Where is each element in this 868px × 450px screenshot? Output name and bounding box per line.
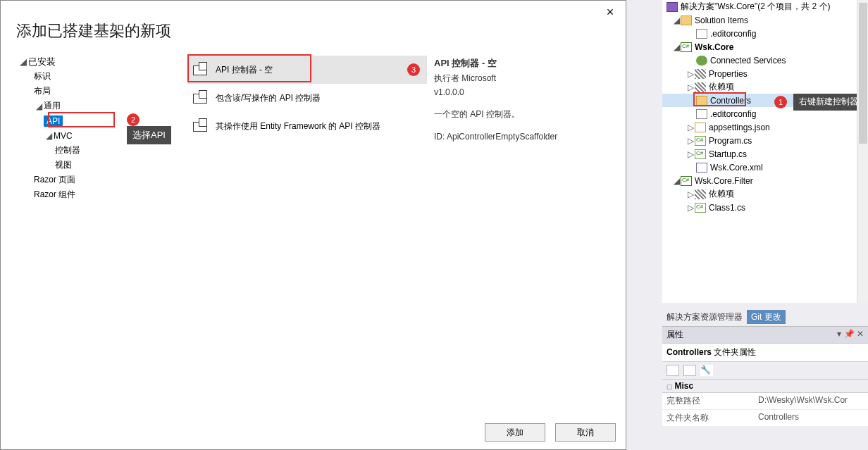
file-icon: [696, 29, 707, 39]
chevron-down-icon: ◢: [18, 56, 28, 67]
properties-icon: [695, 69, 706, 79]
chevron-down-icon: ◢: [672, 42, 681, 52]
sln-startup[interactable]: ▷ Startup.cs: [662, 147, 868, 161]
references-icon: [695, 189, 706, 199]
annotation-badge-2: 2: [127, 113, 140, 126]
references-icon: [695, 82, 706, 92]
list-item-api-empty[interactable]: API 控制器 - 空 3: [187, 56, 427, 84]
detail-title: API 控制器 - 空: [434, 57, 610, 70]
scaffold-list: API 控制器 - 空 3 包含读/写操作的 API 控制器 其操作使用 Ent…: [187, 54, 427, 406]
highlight-box: [48, 112, 115, 127]
properties-toolbar: 🔧: [662, 361, 868, 380]
nav-api[interactable]: API 2 选择API: [18, 113, 187, 128]
list-item-api-rw[interactable]: 包含读/写操作的 API 控制器: [187, 84, 427, 112]
add-button[interactable]: 添加: [485, 423, 545, 442]
sln-controllers[interactable]: Controllers 1 右键新建控制器: [662, 94, 868, 107]
props-row-fullpath[interactable]: 完整路径 D:\Wesky\Wsk\Wsk.Cor: [662, 393, 868, 410]
sln-root[interactable]: 解决方案"Wsk.Core"(2 个项目，共 2 个): [662, 0, 868, 13]
sln-class1[interactable]: ▷ Class1.cs: [662, 201, 868, 214]
chevron-right-icon: ▷: [686, 203, 695, 213]
sln-properties[interactable]: ▷ Properties: [662, 67, 868, 80]
properties-subject: Controllers 文件夹属性: [662, 343, 868, 361]
controller-icon: [193, 119, 207, 133]
cancel-button[interactable]: 取消: [555, 423, 616, 442]
nav-razor-component[interactable]: Razor 组件: [18, 187, 187, 202]
csproj-icon: [681, 42, 692, 52]
dialog-footer: 添加 取消: [485, 415, 626, 449]
highlight-box: [693, 92, 746, 106]
annotation-badge-1: 1: [774, 96, 787, 108]
sln-program[interactable]: ▷ Program.cs: [662, 134, 868, 147]
json-icon: [695, 123, 706, 132]
detail-author: 执行者 Microsoft: [434, 73, 610, 85]
nav-common[interactable]: ◢ 通用: [18, 99, 187, 113]
cs-icon: [695, 203, 706, 213]
nav-installed[interactable]: ◢ 已安装: [18, 54, 187, 69]
nav-view[interactable]: 视图: [18, 158, 187, 173]
sln-solution-items[interactable]: ◢ Solution Items: [662, 13, 868, 27]
highlight-box: [187, 54, 311, 82]
properties-header: 属性 ▾ 📌 ✕: [662, 327, 868, 343]
chevron-right-icon: ▷: [686, 136, 695, 146]
sln-proj-wskcore[interactable]: ◢ Wsk.Core: [662, 40, 868, 54]
controller-icon: [193, 91, 207, 105]
file-icon: [696, 109, 707, 119]
detail-id: ID: ApiControllerEmptyScaffolder: [434, 132, 610, 142]
tab-git-changes[interactable]: Git 更改: [747, 310, 786, 324]
detail-pane: API 控制器 - 空 执行者 Microsoft v1.0.0.0 一个空的 …: [427, 54, 617, 406]
close-icon[interactable]: ×: [602, 5, 619, 20]
folder-icon: [681, 15, 692, 25]
chevron-down-icon: ◢: [44, 131, 54, 141]
nav-razor-page[interactable]: Razor 页面: [18, 173, 187, 187]
annotation-badge-3: 3: [407, 63, 420, 76]
tab-solution-explorer[interactable]: 解决方案资源管理器: [662, 310, 747, 324]
sln-appsettings[interactable]: ▷ appsettings.json: [662, 120, 868, 134]
annotation-tooltip-2: 选择API: [127, 126, 171, 144]
sln-editorconfig[interactable]: .editorconfig: [662, 27, 868, 40]
nav-controller[interactable]: 控制器: [18, 143, 187, 158]
scaffold-dialog: × 添加已搭建基架的新项 ◢ 已安装 标识 布局 ◢ 通用 API 2 选择AP…: [0, 0, 626, 450]
chevron-down-icon: ◢: [34, 101, 44, 111]
detail-version: v1.0.0.0: [434, 87, 610, 97]
sln-deps2[interactable]: ▷ 依赖项: [662, 187, 868, 201]
chevron-right-icon: ▷: [686, 149, 695, 159]
sln-tabs: 解决方案资源管理器 Git 更改: [662, 310, 868, 324]
sln-connected-services[interactable]: Connected Services: [662, 54, 868, 67]
nav-identity[interactable]: 标识: [18, 69, 187, 84]
chevron-down-icon: ◢: [672, 176, 681, 186]
csproj-icon: [681, 176, 692, 186]
categorize-icon[interactable]: [666, 365, 679, 376]
sln-wskxml[interactable]: Wsk.Core.xml: [662, 161, 868, 174]
chevron-down-icon: ◢: [672, 15, 681, 25]
dialog-title: 添加已搭建基架的新项: [1, 1, 626, 54]
alphabetical-icon[interactable]: [683, 365, 696, 376]
connected-services-icon: [696, 56, 707, 65]
props-category[interactable]: Misc: [662, 380, 868, 393]
properties-pane: 属性 ▾ 📌 ✕ Controllers 文件夹属性 🔧 Misc 完整路径 D…: [662, 326, 868, 427]
detail-desc: 一个空的 API 控制器。: [434, 108, 610, 120]
chevron-right-icon: ▷: [686, 189, 695, 199]
nav-tree: ◢ 已安装 标识 布局 ◢ 通用 API 2 选择API ◢ MVC 控制器: [1, 54, 187, 406]
chevron-right-icon: ▷: [686, 82, 695, 92]
solution-icon: [666, 2, 678, 12]
nav-layout[interactable]: 布局: [18, 84, 187, 99]
wrench-icon[interactable]: 🔧: [700, 365, 713, 376]
annotation-tooltip-1: 右键新建控制器: [793, 94, 864, 111]
chevron-right-icon: ▷: [686, 123, 695, 132]
props-row-foldername[interactable]: 文件夹名称 Controllers: [662, 410, 868, 427]
chevron-right-icon: ▷: [686, 69, 695, 79]
pin-icon[interactable]: ▾ 📌 ✕: [837, 329, 864, 341]
properties-grid: Misc 完整路径 D:\Wesky\Wsk\Wsk.Cor 文件夹名称 Con…: [662, 380, 868, 427]
xml-icon: [696, 163, 707, 173]
scrollbar[interactable]: [857, 0, 868, 303]
list-item-api-ef[interactable]: 其操作使用 Entity Framework 的 API 控制器: [187, 112, 427, 140]
solution-explorer: 解决方案"Wsk.Core"(2 个项目，共 2 个) ◢ Solution I…: [662, 0, 868, 303]
cs-icon: [695, 149, 706, 159]
sln-proj-filter[interactable]: ◢ Wsk.Core.Filter: [662, 174, 868, 187]
cs-icon: [695, 136, 706, 146]
